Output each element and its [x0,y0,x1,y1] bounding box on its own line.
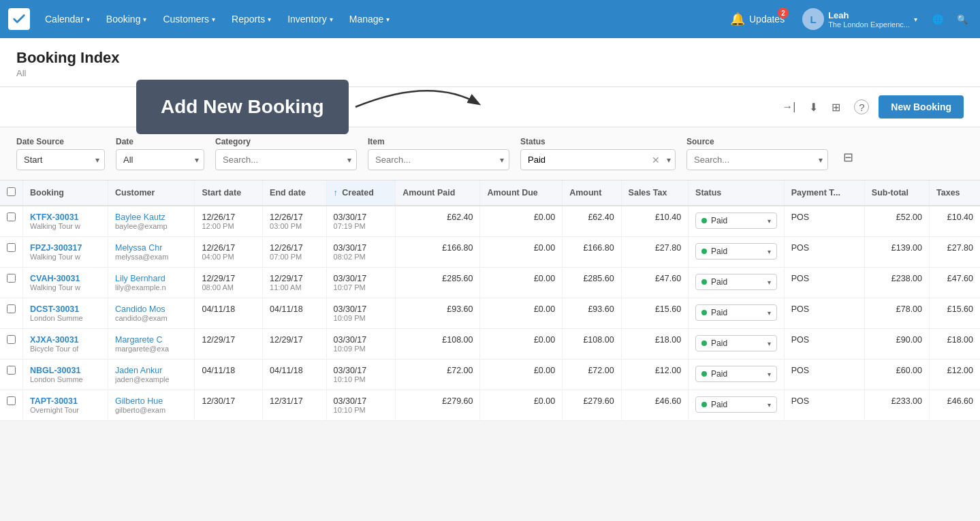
row-checkbox-3[interactable] [7,304,16,313]
category-filter: Category [215,137,357,170]
status-select[interactable]: Paid ▾ [695,304,777,321]
item-label: Item [368,137,509,146]
help-button[interactable]: ? [850,95,873,119]
category-search[interactable] [215,149,357,170]
item-search[interactable] [368,149,509,170]
nav-reports[interactable]: Reports ▾ [225,10,278,29]
select-all-checkbox[interactable] [7,187,16,196]
booking-sub: Walking Tour w [30,283,91,291]
row-amount-due-3: £0.00 [480,298,563,329]
row-customer-4: Margarete C margarete@exa [108,329,195,360]
booking-sub: London Summe [30,375,91,383]
customer-email: candido@exam [115,314,176,322]
booking-sub: Walking Tour w [30,253,91,261]
row-amount-paid-2: £285.60 [396,268,480,298]
start-time: 12:00 PM [202,222,255,230]
row-checkbox-1[interactable] [7,243,16,252]
start-date: 04/11/18 [202,366,255,375]
row-checkbox-0[interactable] [7,212,16,221]
col-amount: Amount [563,180,621,206]
table-row: XJXA-30031 Bicycle Tour of Margarete C m… [0,329,980,360]
row-payment-type-0: POS [784,206,864,237]
globe-icon: 🌐 [932,14,943,25]
status-text: Paid [711,338,727,348]
status-label: Status [520,137,676,146]
status-select[interactable]: Paid ▾ [695,212,777,229]
status-input[interactable] [521,150,649,170]
date-select[interactable]: All Today This Week This Month [116,149,204,170]
status-text: Paid [711,247,727,256]
created-time: 08:02 PM [334,253,389,261]
customer-name[interactable]: Gilberto Hue [115,396,188,406]
customer-name[interactable]: Candido Mos [115,304,188,314]
table-row: CVAH-30031 Walking Tour w Lily Bernhard … [0,268,980,298]
status-select[interactable]: Paid ▾ [695,274,777,290]
source-search[interactable] [686,149,828,170]
page-header: Booking Index All [0,38,980,87]
row-checkbox-2[interactable] [7,274,16,283]
col-created[interactable]: ↑ Created [326,180,396,206]
row-created-1: 03/30/17 08:02 PM [326,237,396,268]
end-date: 04/11/18 [270,366,319,375]
customer-name[interactable]: Jaden Ankur [115,366,188,375]
row-amount-due-0: £0.00 [480,206,563,237]
start-time: 04:00 PM [202,253,255,261]
status-dropdown-arrow: ▾ [768,217,771,225]
globe-button[interactable]: 🌐 [928,10,947,29]
row-sub-total-1: £139.00 [864,237,929,268]
nav-booking[interactable]: Booking ▾ [99,10,154,29]
status-select[interactable]: Paid ▾ [695,396,777,413]
filters-row: Date Source Start End Created Date All T… [0,127,980,180]
customer-name[interactable]: Melyssa Chr [115,243,188,253]
source-label: Source [686,137,828,146]
row-amount-0: £62.40 [563,206,621,237]
booking-id[interactable]: DCST-30031 [30,304,101,314]
col-sub-total: Sub-total [864,180,929,206]
columns-button[interactable]: ⊞ [827,97,844,118]
new-booking-button[interactable]: New Booking [879,95,964,119]
status-select[interactable]: Paid ▾ [695,335,777,351]
status-select[interactable]: Paid ▾ [695,243,777,259]
booking-id[interactable]: FPZJ-300317 [30,243,101,253]
customer-name[interactable]: Baylee Kautz [115,212,188,222]
table-row: DCST-30031 London Summe Candido Mos cand… [0,298,980,329]
customer-name[interactable]: Margarete C [115,335,188,345]
booking-sub: Overnight Tour [30,406,91,414]
customer-name[interactable]: Lily Bernhard [115,274,188,283]
enter-icon-button[interactable]: →| [778,97,800,117]
row-start-date-4: 12/29/17 [195,329,263,360]
status-dropdown-arrow: ▾ [768,401,771,409]
nav-inventory[interactable]: Inventory ▾ [281,10,340,29]
status-chevron-icon[interactable]: ▾ [663,155,675,165]
search-button[interactable]: 🔍 [953,10,972,29]
date-filter: Date All Today This Week This Month [116,137,204,170]
row-checkbox-cell [0,298,23,329]
category-select-wrapper [215,149,357,170]
row-payment-type-2: POS [784,268,864,298]
columns-icon: ⊞ [832,101,840,114]
created-time: 07:19 PM [334,222,389,230]
row-taxes-4: £18.00 [930,329,980,360]
date-source-select[interactable]: Start End Created [16,149,105,170]
row-checkbox-6[interactable] [7,396,16,405]
status-clear-button[interactable]: ✕ [649,155,663,165]
column-toggle-area: ⊟ [839,146,857,170]
row-checkbox-4[interactable] [7,335,16,344]
booking-id[interactable]: KTFX-30031 [30,212,101,222]
user-menu[interactable]: L Leah The London Experienc... ▾ [797,5,923,33]
updates-button[interactable]: 🔔 2 Updates [723,7,791,31]
export-button[interactable]: ⬇ [805,97,822,118]
booking-id[interactable]: TAPT-30031 [30,396,101,406]
nav-customers[interactable]: Customers ▾ [156,10,222,29]
column-toggle-button[interactable]: ⊟ [839,146,857,169]
booking-id[interactable]: CVAH-30031 [30,274,101,283]
row-sales-tax-4: £18.00 [621,329,689,360]
nav-manage[interactable]: Manage ▾ [343,10,397,29]
nav-calendar[interactable]: Calendar ▾ [38,10,97,29]
booking-id[interactable]: XJXA-30031 [30,335,101,345]
booking-id[interactable]: NBGL-30031 [30,366,101,375]
row-checkbox-5[interactable] [7,366,16,375]
status-select[interactable]: Paid ▾ [695,366,777,382]
logo[interactable] [8,8,30,30]
row-amount-paid-4: £108.00 [396,329,480,360]
